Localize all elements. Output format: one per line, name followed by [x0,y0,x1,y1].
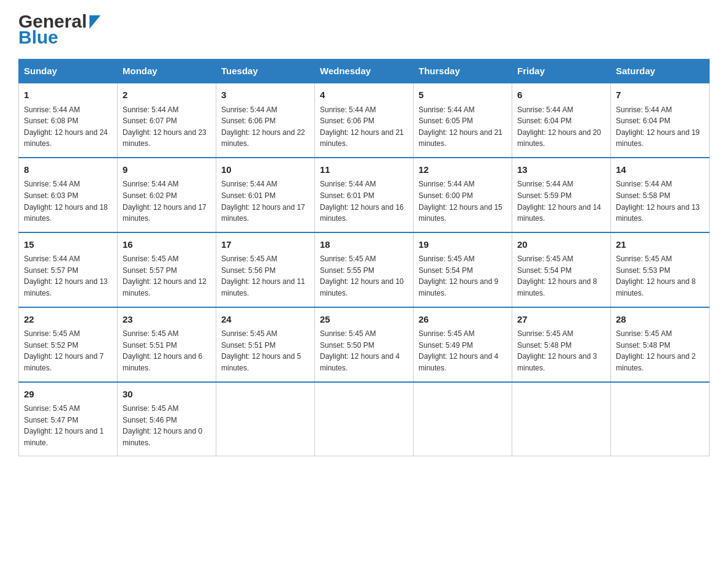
day-number: 9 [123,163,211,177]
day-info: Sunrise: 5:44 AM Sunset: 6:06 PM Dayligh… [221,104,309,150]
day-info: Sunrise: 5:45 AM Sunset: 5:52 PM Dayligh… [24,328,112,373]
calendar-cell: 7 Sunrise: 5:44 AM Sunset: 6:04 PM Dayli… [611,83,710,158]
day-number: 25 [320,313,408,327]
day-number: 13 [517,163,605,177]
week-row-1: 1 Sunrise: 5:44 AM Sunset: 6:08 PM Dayli… [19,83,710,158]
day-number: 3 [221,88,309,102]
day-number: 19 [419,238,507,252]
logo: General Blue [18,12,100,47]
calendar-cell [216,382,315,456]
calendar-cell: 13 Sunrise: 5:44 AM Sunset: 5:59 PM Dayl… [512,158,611,232]
day-info: Sunrise: 5:45 AM Sunset: 5:54 PM Dayligh… [517,253,605,299]
day-number: 6 [517,88,605,102]
day-number: 4 [320,88,408,102]
day-header-friday: Friday [512,59,611,83]
day-info: Sunrise: 5:44 AM Sunset: 6:08 PM Dayligh… [24,104,112,150]
calendar-cell [611,382,710,456]
calendar-cell: 20 Sunrise: 5:45 AM Sunset: 5:54 PM Dayl… [512,232,611,307]
day-header-monday: Monday [118,59,216,83]
day-info: Sunrise: 5:44 AM Sunset: 5:57 PM Dayligh… [24,253,112,299]
day-number: 18 [320,238,408,252]
day-number: 16 [123,238,211,252]
day-number: 24 [221,313,309,327]
logo-blue-text: Blue [18,28,100,47]
day-header-tuesday: Tuesday [216,59,315,83]
calendar-table: SundayMondayTuesdayWednesdayThursdayFrid… [18,59,710,456]
header-row: SundayMondayTuesdayWednesdayThursdayFrid… [19,59,710,83]
day-info: Sunrise: 5:44 AM Sunset: 5:59 PM Dayligh… [517,178,605,224]
day-number: 29 [24,388,112,402]
day-number: 21 [616,238,704,252]
calendar-cell: 9 Sunrise: 5:44 AM Sunset: 6:02 PM Dayli… [118,158,216,232]
day-header-saturday: Saturday [611,59,710,83]
day-number: 14 [616,163,704,177]
day-info: Sunrise: 5:44 AM Sunset: 6:05 PM Dayligh… [419,104,507,150]
calendar-cell: 1 Sunrise: 5:44 AM Sunset: 6:08 PM Dayli… [19,83,118,158]
calendar-cell: 27 Sunrise: 5:45 AM Sunset: 5:48 PM Dayl… [512,307,611,382]
day-info: Sunrise: 5:44 AM Sunset: 6:01 PM Dayligh… [320,178,408,224]
calendar-cell [414,382,512,456]
calendar-cell: 4 Sunrise: 5:44 AM Sunset: 6:06 PM Dayli… [315,83,414,158]
calendar-cell: 19 Sunrise: 5:45 AM Sunset: 5:54 PM Dayl… [414,232,512,307]
day-number: 11 [320,163,408,177]
calendar-cell: 22 Sunrise: 5:45 AM Sunset: 5:52 PM Dayl… [19,307,118,382]
day-number: 26 [419,313,507,327]
day-number: 20 [517,238,605,252]
day-info: Sunrise: 5:45 AM Sunset: 5:54 PM Dayligh… [419,253,507,299]
calendar-cell: 24 Sunrise: 5:45 AM Sunset: 5:51 PM Dayl… [216,307,315,382]
day-info: Sunrise: 5:45 AM Sunset: 5:50 PM Dayligh… [320,328,408,373]
week-row-5: 29 Sunrise: 5:45 AM Sunset: 5:47 PM Dayl… [19,382,710,456]
day-number: 10 [221,163,309,177]
calendar-cell [315,382,414,456]
calendar-cell: 26 Sunrise: 5:45 AM Sunset: 5:49 PM Dayl… [414,307,512,382]
calendar-cell [512,382,611,456]
day-info: Sunrise: 5:45 AM Sunset: 5:57 PM Dayligh… [123,253,211,299]
day-info: Sunrise: 5:45 AM Sunset: 5:48 PM Dayligh… [616,328,704,373]
day-number: 22 [24,313,112,327]
calendar-cell: 25 Sunrise: 5:45 AM Sunset: 5:50 PM Dayl… [315,307,414,382]
day-info: Sunrise: 5:45 AM Sunset: 5:51 PM Dayligh… [123,328,211,373]
calendar-cell: 23 Sunrise: 5:45 AM Sunset: 5:51 PM Dayl… [118,307,216,382]
day-header-sunday: Sunday [19,59,118,83]
day-number: 2 [123,88,211,102]
day-info: Sunrise: 5:45 AM Sunset: 5:53 PM Dayligh… [616,253,704,299]
day-info: Sunrise: 5:44 AM Sunset: 6:04 PM Dayligh… [517,104,605,150]
day-info: Sunrise: 5:45 AM Sunset: 5:48 PM Dayligh… [517,328,605,373]
week-row-4: 22 Sunrise: 5:45 AM Sunset: 5:52 PM Dayl… [19,307,710,382]
calendar-cell: 2 Sunrise: 5:44 AM Sunset: 6:07 PM Dayli… [118,83,216,158]
calendar-cell: 28 Sunrise: 5:45 AM Sunset: 5:48 PM Dayl… [611,307,710,382]
calendar-cell: 30 Sunrise: 5:45 AM Sunset: 5:46 PM Dayl… [118,382,216,456]
calendar-cell: 21 Sunrise: 5:45 AM Sunset: 5:53 PM Dayl… [611,232,710,307]
day-number: 30 [123,388,211,402]
day-number: 12 [419,163,507,177]
day-info: Sunrise: 5:44 AM Sunset: 6:04 PM Dayligh… [616,104,704,150]
day-info: Sunrise: 5:44 AM Sunset: 6:06 PM Dayligh… [320,104,408,150]
day-info: Sunrise: 5:45 AM Sunset: 5:56 PM Dayligh… [221,253,309,299]
day-header-thursday: Thursday [414,59,512,83]
day-number: 23 [123,313,211,327]
calendar-cell: 8 Sunrise: 5:44 AM Sunset: 6:03 PM Dayli… [19,158,118,232]
calendar-cell: 10 Sunrise: 5:44 AM Sunset: 6:01 PM Dayl… [216,158,315,232]
day-info: Sunrise: 5:44 AM Sunset: 6:00 PM Dayligh… [419,178,507,224]
calendar-cell: 29 Sunrise: 5:45 AM Sunset: 5:47 PM Dayl… [19,382,118,456]
day-info: Sunrise: 5:44 AM Sunset: 6:02 PM Dayligh… [123,178,211,224]
day-info: Sunrise: 5:44 AM Sunset: 6:03 PM Dayligh… [24,178,112,224]
svg-marker-0 [89,15,100,29]
calendar-cell: 14 Sunrise: 5:44 AM Sunset: 5:58 PM Dayl… [611,158,710,232]
day-number: 28 [616,313,704,327]
day-number: 8 [24,163,112,177]
day-number: 5 [419,88,507,102]
day-number: 27 [517,313,605,327]
calendar-cell: 17 Sunrise: 5:45 AM Sunset: 5:56 PM Dayl… [216,232,315,307]
calendar-cell: 15 Sunrise: 5:44 AM Sunset: 5:57 PM Dayl… [19,232,118,307]
day-header-wednesday: Wednesday [315,59,414,83]
day-number: 17 [221,238,309,252]
day-info: Sunrise: 5:45 AM Sunset: 5:55 PM Dayligh… [320,253,408,299]
day-number: 1 [24,88,112,102]
calendar-cell: 6 Sunrise: 5:44 AM Sunset: 6:04 PM Dayli… [512,83,611,158]
day-info: Sunrise: 5:45 AM Sunset: 5:51 PM Dayligh… [221,328,309,373]
day-number: 15 [24,238,112,252]
day-info: Sunrise: 5:44 AM Sunset: 6:01 PM Dayligh… [221,178,309,224]
calendar-cell: 5 Sunrise: 5:44 AM Sunset: 6:05 PM Dayli… [414,83,512,158]
calendar-cell: 16 Sunrise: 5:45 AM Sunset: 5:57 PM Dayl… [118,232,216,307]
